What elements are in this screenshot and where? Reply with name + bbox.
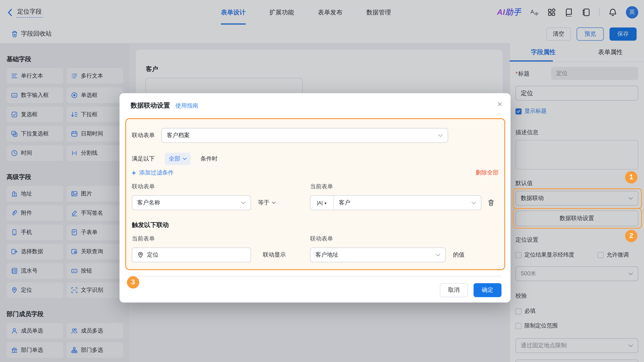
add-filter-button[interactable]: + 添加过滤条件 [132, 169, 174, 176]
linked-form-label: 联动表单 [132, 132, 155, 139]
footer-divider [129, 276, 500, 277]
cond-left-label: 联动表单 [132, 183, 155, 190]
delete-condition-icon[interactable] [488, 199, 494, 206]
chevron-down-icon [241, 201, 246, 204]
step-badge-2: 2 [625, 230, 637, 242]
chevron-down-icon [183, 158, 186, 160]
trigger-suffix: 的值 [453, 248, 464, 262]
cond-right-value-control: |A| ▼ 客户 [310, 195, 481, 210]
caret-down-icon: ▼ [324, 200, 327, 206]
plus-icon: + [132, 169, 136, 176]
condition-suffix: 条件时 [200, 155, 218, 163]
step-badge-1: 1 [625, 171, 637, 183]
modal-title: 数据联动设置 [131, 101, 170, 110]
callout-outline-linkage-button [513, 208, 642, 229]
chevron-down-icon [472, 201, 476, 204]
trigger-section-title: 触发以下联动 [132, 221, 498, 229]
cond-left-field-select[interactable]: 客户名称 [132, 195, 251, 210]
condition-mode-select[interactable]: 全部 [165, 153, 190, 165]
step-badge-3: 3 [127, 276, 139, 289]
cancel-button[interactable]: 取消 [440, 283, 468, 297]
operator-select[interactable]: 等于 [258, 195, 276, 210]
data-linkage-modal: 数据联动设置 使用指南 × 联动表单 客户档案 满足以下 全部 条件时 [120, 93, 510, 303]
cond-right-field[interactable]: 客户 [334, 199, 350, 206]
linkage-config-box: 联动表单 客户档案 满足以下 全部 条件时 + 添加过滤条件 删 [125, 118, 505, 270]
ok-button[interactable]: 确定 [474, 283, 502, 297]
trigger-target-field: 定位 [132, 248, 251, 262]
value-type-toggle[interactable]: |A| ▼ [310, 196, 334, 210]
linked-form-select[interactable]: 客户档案 [161, 128, 448, 143]
condition-prefix: 满足以下 [132, 155, 155, 163]
trigger-left-label: 当前表单 [132, 235, 155, 242]
chevron-down-icon [436, 253, 440, 256]
close-icon[interactable]: × [497, 100, 502, 108]
cond-right-label: 当前表单 [310, 183, 333, 190]
callout-outline-default-value [513, 188, 642, 209]
form-designer-app: 定位字段 表单设计扩展功能表单发布数据管理 AI助手 A中 英 字段回收站 清空… [0, 0, 644, 362]
trigger-middle-label: 联动显示 [263, 248, 286, 262]
guide-link[interactable]: 使用指南 [176, 102, 198, 110]
chevron-down-icon [272, 201, 276, 204]
chevron-down-icon [438, 134, 443, 137]
location-pin-icon [137, 252, 144, 258]
trigger-right-label: 联动表单 [310, 235, 333, 243]
delete-all-button[interactable]: 删除全部 [476, 169, 498, 176]
trigger-source-select[interactable]: 客户地址 [310, 248, 446, 262]
